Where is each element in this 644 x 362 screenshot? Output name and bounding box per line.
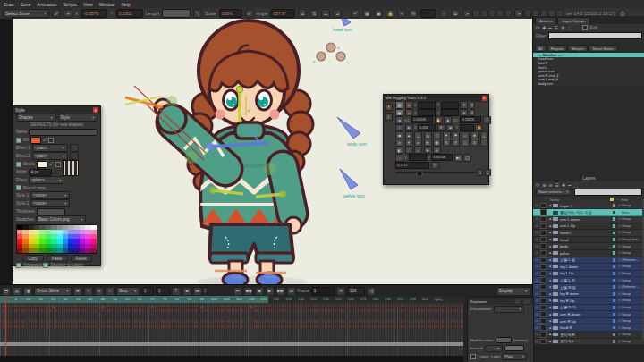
pencil-icon[interactable]: ✎ (431, 162, 439, 170)
palette-swatch[interactable] (91, 248, 97, 253)
effect2-dropdown[interactable]: <plain>▼ (32, 152, 68, 160)
sigma-icon[interactable]: σ (95, 287, 104, 296)
grid-icon[interactable]: ▦ (362, 9, 371, 18)
interval-input[interactable] (504, 345, 524, 352)
keyframe-row[interactable] (0, 325, 463, 328)
fill-checkbox[interactable] (16, 138, 21, 143)
layer-visibility-icon[interactable]: ⊙ (533, 224, 540, 228)
circle-icon[interactable]: ◯ (463, 154, 471, 162)
fill-extra-checkbox[interactable] (48, 138, 54, 143)
rig-x2-input[interactable] (418, 109, 436, 116)
refresh-icon[interactable]: ⟳ (536, 25, 539, 30)
layer-checkbox[interactable] (540, 291, 547, 298)
gem-icon[interactable]: ◆ (444, 116, 452, 124)
bone-display-button[interactable] (496, 9, 504, 18)
box-icon[interactable]: ⬚ (573, 182, 578, 188)
mute-icon[interactable]: ◁) (367, 287, 376, 296)
layer-visibility-icon[interactable]: ⊙ (533, 258, 540, 262)
layers-filter-input[interactable] (574, 189, 642, 196)
rigging-panel-titlebar[interactable]: MR Rigging Tools 0.6.2 ✕ (384, 95, 488, 102)
close-icon[interactable]: ✕ (93, 107, 98, 113)
rig-tool-icon[interactable]: ⌀ (414, 139, 422, 147)
grid-snap-icon[interactable]: ▦ (395, 109, 403, 117)
step-dropdown[interactable]: Step▼ (116, 287, 140, 296)
layer-visibility-icon[interactable]: ⊙ (533, 279, 540, 282)
remove-layer-icon[interactable]: ⊖ (548, 182, 552, 188)
layer-visibility-icon[interactable]: ⊙ (533, 245, 540, 248)
layer-visibility-icon[interactable]: ⊙ (533, 231, 540, 234)
layer-checkbox[interactable] (540, 305, 547, 311)
strength-input[interactable] (420, 9, 436, 18)
swatches-dropdown[interactable]: Basic Colors.png▼ (36, 215, 86, 223)
layer-visibility-icon[interactable]: ⊙ (533, 272, 540, 275)
trigger-checkbox[interactable] (470, 354, 476, 359)
add-icon[interactable]: ✚ (542, 25, 546, 30)
checker-selection-checkbox[interactable] (43, 263, 48, 268)
layer-row[interactable]: ⊙▶신발 R 위↺Group (533, 305, 644, 312)
layer-checkbox[interactable] (540, 324, 547, 331)
timeline-tracks[interactable]: 12345 (0, 303, 463, 356)
tool-selector[interactable]: Select Bone ▼ (3, 9, 49, 18)
column-name-header[interactable]: Name (550, 198, 559, 202)
mini-control-bone[interactable] (317, 52, 326, 61)
curve-icon[interactable]: ∿ (397, 9, 406, 18)
rig-tool-icon[interactable]: ✦ (443, 131, 451, 139)
name-filter-dropdown[interactable]: Name contains...▼ (536, 189, 572, 196)
subtab-morphs[interactable]: Morphs (568, 45, 588, 52)
remove-icon[interactable]: ━ (548, 25, 551, 30)
fill-color-swatch[interactable] (30, 137, 41, 144)
pelvis-turn-bone[interactable] (340, 169, 358, 189)
mini-control-bone[interactable] (336, 52, 345, 61)
layer-row[interactable]: ⊙▶빨강머리 아이 리깅↺Bone (533, 209, 644, 216)
bone-display-button[interactable] (472, 9, 479, 18)
style-name-input[interactable] (29, 129, 97, 136)
rig-tool-icon[interactable]: ⊕ (470, 131, 479, 139)
layer-visibility-icon[interactable]: ⊙ (533, 292, 540, 296)
spinner-icon[interactable]: ⇕ (470, 101, 475, 109)
effect1-options-button[interactable] (70, 144, 79, 152)
rig-tool-icon[interactable]: ⚲ (452, 139, 460, 147)
eye-icon[interactable]: 👁 (561, 25, 565, 30)
effect2-options-button[interactable] (70, 152, 79, 160)
rig-tool-icon[interactable]: ↯ (443, 139, 451, 147)
rig-y3-value-field[interactable]: 0.36508 (431, 154, 453, 161)
subtab-all[interactable]: All (535, 45, 547, 52)
box-icon[interactable]: ⬚ (568, 25, 572, 30)
layer-visibility-icon[interactable]: ⊙ (533, 333, 540, 336)
tab-layer-comps[interactable]: Layer Comps (557, 17, 589, 24)
shapes-dropdown[interactable]: Shapes▼ (16, 114, 56, 122)
keyframe-row[interactable] (0, 320, 463, 323)
style1-dropdown[interactable]: <none>▼ (30, 191, 70, 199)
layer-checkbox[interactable] (540, 277, 547, 283)
rig-y-value-field[interactable] (460, 124, 474, 131)
shear-icon[interactable]: ⊿ (333, 9, 342, 18)
brush-preview[interactable] (63, 160, 79, 176)
turn-controls[interactable]: head turn body turn pelvis turn al R L (313, 19, 367, 198)
layer-row[interactable]: ⊙▶신발 L 밑↺(Referenc… (533, 257, 644, 265)
layer-visibility-icon[interactable]: ⊙ (533, 217, 540, 221)
layer-visibility-icon[interactable]: ⊙ (533, 265, 540, 268)
hand-icon[interactable]: ✋ (435, 116, 443, 124)
bone-display-button[interactable] (524, 9, 531, 18)
track-visibility-icon[interactable]: ⬒ (2, 287, 11, 296)
layer-row[interactable]: ⊙▶leg L down↺Group (533, 264, 644, 271)
rig-tool-icon[interactable]: ⚑ (452, 131, 460, 139)
color-palette[interactable] (16, 224, 97, 254)
layer-checkbox[interactable] (540, 318, 547, 324)
layer-row[interactable]: ⊙▶신발 R 밑↺(Referenc… (533, 284, 644, 291)
stroke-effect-dropdown[interactable]: <plain>▼ (29, 176, 64, 184)
menu-item-view[interactable]: View (83, 2, 93, 7)
menu-item-animation[interactable]: Animation (37, 2, 56, 7)
layer-checkbox[interactable] (540, 223, 547, 230)
close-icon[interactable]: ✕ (482, 96, 487, 101)
d2-value-field[interactable]: 0.21826 (460, 116, 481, 123)
rig-tool-icon[interactable]: ◎ (395, 139, 403, 147)
layer-checkbox[interactable] (540, 339, 547, 345)
layer-checkbox[interactable] (540, 230, 547, 236)
label-style-dropdown[interactable]: Plain▼ (502, 353, 527, 360)
layer-checkbox[interactable] (540, 284, 547, 290)
layer-visibility-icon[interactable]: ⊙ (533, 204, 540, 207)
stroke-color-swatch[interactable] (37, 161, 47, 168)
play-icon[interactable]: ▶ (266, 287, 275, 296)
layer-row[interactable]: ⊙▶leg R Up↺Group (533, 298, 644, 305)
